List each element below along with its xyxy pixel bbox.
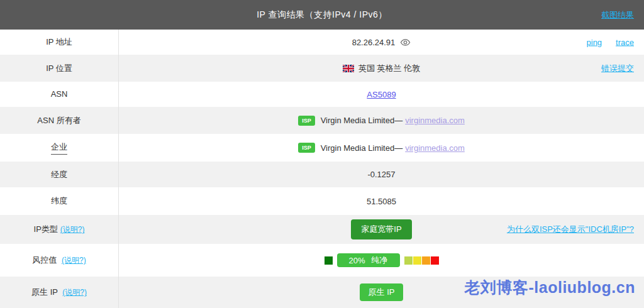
risk-score-pill: 20% 纯净 <box>337 253 400 267</box>
row-value-cell: 20% 纯净 <box>119 244 644 277</box>
row-value-cell: 家庭宽带IP 为什么双ISP还会显示"IDC机房IP"? <box>119 215 644 244</box>
ip-type-button[interactable]: 家庭宽带IP <box>351 219 411 239</box>
row-value-cell: AS5089 <box>119 82 644 107</box>
risk-color-scale <box>404 256 439 265</box>
row-value-cell: ISP Virgin Media Limited— virginmedia.co… <box>119 134 644 162</box>
risk-marker-square <box>325 256 333 265</box>
row-label: 企业 <box>0 134 119 162</box>
scale-square-yellow <box>413 256 421 265</box>
table-row-ip-location: IP 位置 英国 英格兰 伦敦 错误提交 <box>0 55 644 82</box>
row-value-cell: 英国 英格兰 伦敦 错误提交 <box>119 55 644 82</box>
row-label: 经度 <box>0 162 119 187</box>
row-value-cell: 82.26.24.91 ping trace <box>119 30 644 55</box>
native-ip-button[interactable]: 原生 IP <box>360 283 404 301</box>
ip-type-help-link[interactable]: (说明?) <box>60 225 85 234</box>
error-submit-link[interactable]: 错误提交 <box>601 63 634 74</box>
table-row-ip-address: IP 地址 82.26.24.91 ping trace <box>0 30 644 55</box>
table-row-longitude: 经度 -0.1257 <box>0 162 644 187</box>
risk-gauge: 20% 纯净 <box>325 253 439 267</box>
row-value-cell: -0.1257 <box>119 162 644 187</box>
table-row-company: 企业 ISP Virgin Media Limited— virginmedia… <box>0 134 644 162</box>
header-bar: IP 查询结果（支持IPv4 / IPv6） 截图结果 <box>0 0 644 30</box>
table-row-ip-type: IP类型(说明?) 家庭宽带IP 为什么双ISP还会显示"IDC机房IP"? <box>0 215 644 244</box>
asn-owner-domain-link[interactable]: virginmedia.com <box>405 116 465 125</box>
table-row-risk-value: 风控值 (说明?) 20% 纯净 <box>0 244 644 277</box>
eye-icon[interactable] <box>400 37 411 48</box>
ip-location-value: 英国 英格兰 伦敦 <box>358 63 420 74</box>
scale-square-green <box>404 256 413 265</box>
ip-result-table: IP 地址 82.26.24.91 ping trace IP 位置 <box>0 30 644 308</box>
asn-link[interactable]: AS5089 <box>367 90 396 99</box>
table-row-latitude: 纬度 51.5085 <box>0 187 644 215</box>
row-label: IP类型(说明?) <box>0 215 119 244</box>
trace-link[interactable]: trace <box>616 38 634 47</box>
isp-badge: ISP <box>298 143 315 153</box>
row-label: IP 地址 <box>0 30 119 55</box>
watermark: 老刘博客-laoliublog.cn <box>465 277 636 298</box>
dual-isp-question-link[interactable]: 为什么双ISP还会显示"IDC机房IP"? <box>507 224 634 235</box>
ip-address-value: 82.26.24.91 <box>352 38 396 47</box>
isp-badge: ISP <box>298 116 315 126</box>
screenshot-result-link[interactable]: 截图结果 <box>601 9 634 21</box>
row-label: IP 位置 <box>0 55 119 82</box>
risk-value-help-link[interactable]: (说明?) <box>62 256 86 265</box>
row-label: 风控值 (说明?) <box>0 244 119 277</box>
company-value: Virgin Media Limited— <box>321 143 403 153</box>
company-domain-link[interactable]: virginmedia.com <box>405 143 465 153</box>
ping-link[interactable]: ping <box>587 38 602 47</box>
row-label: ASN 所有者 <box>0 107 119 134</box>
latitude-value: 51.5085 <box>367 197 396 206</box>
table-row-asn: ASN AS5089 <box>0 82 644 107</box>
row-label: ASN <box>0 82 119 107</box>
page-title: IP 查询结果（支持IPv4 / IPv6） <box>257 9 387 21</box>
asn-owner-value: Virgin Media Limited— <box>321 116 403 125</box>
uk-flag-icon <box>343 65 354 72</box>
risk-status: 纯净 <box>372 255 388 266</box>
risk-percent: 20% <box>348 256 365 265</box>
scale-square-orange <box>422 256 430 265</box>
table-row-asn-owner: ASN 所有者 ISP Virgin Media Limited— virgin… <box>0 107 644 134</box>
row-label: 原生 IP (说明?) <box>0 277 119 308</box>
native-ip-help-link[interactable]: (说明?) <box>62 288 87 297</box>
row-label: 纬度 <box>0 187 119 215</box>
row-value-cell: 51.5085 <box>119 187 644 215</box>
scale-square-red <box>431 256 439 265</box>
longitude-value: -0.1257 <box>367 170 395 179</box>
row-value-cell: ISP Virgin Media Limited— virginmedia.co… <box>119 107 644 134</box>
